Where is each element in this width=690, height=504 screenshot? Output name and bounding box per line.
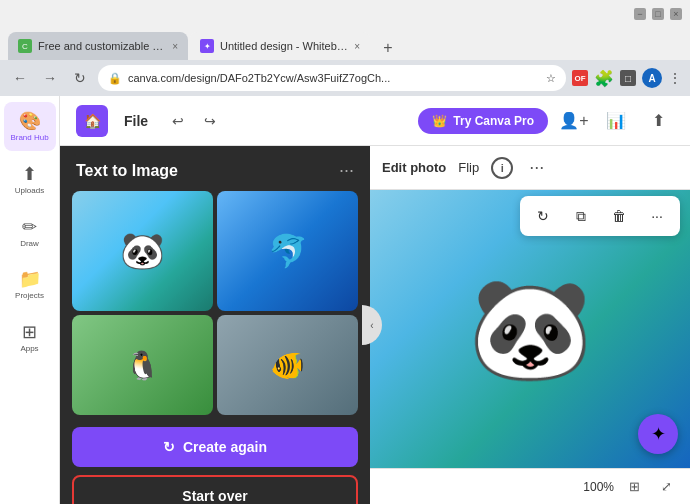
edit-photo-button[interactable]: Edit photo (382, 160, 446, 175)
uploads-icon: ⬆ (22, 163, 37, 185)
tabs-bar: C Free and customizable Insta... × ✦ Unt… (0, 28, 690, 60)
url-icons: ☆ (546, 72, 556, 85)
copy-button[interactable]: ⧉ (566, 201, 596, 231)
canvas-bottom-bar: 100% ⊞ ⤢ (370, 468, 690, 504)
main-area: 🏠 File ↩ ↪ 👑 Try Canva Pro 👤+ 📊 ⬆ (60, 96, 690, 504)
fullscreen-button[interactable]: ⤢ (654, 475, 678, 499)
sidebar-label-apps: Apps (20, 345, 38, 354)
zoom-level[interactable]: 100% (583, 480, 614, 494)
bookmark-icon[interactable]: ☆ (546, 72, 556, 85)
projects-icon: 📁 (19, 268, 41, 290)
profile-icon[interactable]: A (642, 68, 662, 88)
bottom-right-image (217, 315, 358, 415)
sidebar-label-brand-hub: Brand Hub (10, 134, 48, 143)
tab-canva[interactable]: ✦ Untitled design - Whiteboar... × (190, 32, 370, 60)
of-extension-icon[interactable]: OF (572, 70, 588, 86)
top-bar-right: 👑 Try Canva Pro 👤+ 📊 ⬆ (418, 105, 674, 137)
action-more-button[interactable]: ··· (642, 201, 672, 231)
grid-view-button[interactable]: ⊞ (622, 475, 646, 499)
content-area: Text to Image ··· (60, 146, 690, 504)
text-to-image-panel: Text to Image ··· (60, 146, 370, 504)
panda-ray-image (72, 191, 213, 311)
undo-redo-group: ↩ ↪ (164, 107, 224, 135)
file-button[interactable]: File (116, 109, 156, 133)
sidebar-item-draw[interactable]: ✏ Draw (4, 208, 56, 257)
magic-button[interactable]: ✦ (638, 414, 678, 454)
sidebar: 🎨 Brand Hub ⬆ Uploads ✏ Draw 📁 Projects … (0, 96, 60, 504)
minimize-button[interactable]: − (634, 8, 646, 20)
bottom-left-image (72, 315, 213, 415)
refresh-icon: ↻ (163, 439, 175, 455)
home-icon[interactable]: 🏠 (76, 105, 108, 137)
reload-button[interactable]: ↻ (68, 66, 92, 90)
share-button[interactable]: ⬆ (642, 105, 674, 137)
panel-more-button[interactable]: ··· (339, 160, 354, 181)
info-button[interactable]: i (491, 157, 513, 179)
window-extension-icon[interactable]: □ (620, 70, 636, 86)
try-pro-label: Try Canva Pro (453, 114, 534, 128)
add-user-button[interactable]: 👤+ (558, 105, 590, 137)
image-grid (60, 191, 370, 415)
redo-button[interactable]: ↪ (196, 107, 224, 135)
dolphins-image (217, 191, 358, 311)
panel-title: Text to Image (76, 162, 339, 180)
apps-icon: ⊞ (22, 321, 37, 343)
maximize-button[interactable]: □ (652, 8, 664, 20)
lock-icon: 🔒 (108, 72, 122, 85)
new-tab-button[interactable]: + (376, 36, 400, 60)
delete-button[interactable]: 🗑 (604, 201, 634, 231)
tab-favicon-canva: ✦ (200, 39, 214, 53)
tab-instagram[interactable]: C Free and customizable Insta... × (8, 32, 188, 60)
sidebar-item-apps[interactable]: ⊞ Apps (4, 313, 56, 362)
sidebar-item-brand-hub[interactable]: 🎨 Brand Hub (4, 102, 56, 151)
image-cell-panda-ray[interactable] (72, 191, 213, 311)
app-container: 🎨 Brand Hub ⬆ Uploads ✏ Draw 📁 Projects … (0, 96, 690, 504)
tab-label-instagram: Free and customizable Insta... (38, 40, 166, 52)
start-over-label: Start over (182, 488, 247, 504)
try-pro-button[interactable]: 👑 Try Canva Pro (418, 108, 548, 134)
brand-hub-icon: 🎨 (19, 110, 41, 132)
browser-menu-button[interactable]: ⋮ (668, 70, 682, 86)
image-cell-bottom-left[interactable] (72, 315, 213, 415)
url-text: canva.com/design/DAFo2Tb2Ycw/Asw3FuifZ7o… (128, 72, 540, 84)
url-bar[interactable]: 🔒 canva.com/design/DAFo2Tb2Ycw/Asw3FuifZ… (98, 65, 566, 91)
puzzle-icon[interactable]: 🧩 (594, 69, 614, 88)
rotate-button[interactable]: ↻ (528, 201, 558, 231)
tab-close-canva[interactable]: × (354, 41, 360, 52)
flip-button[interactable]: Flip (458, 160, 479, 175)
sidebar-item-uploads[interactable]: ⬆ Uploads (4, 155, 56, 204)
tab-favicon-instagram: C (18, 39, 32, 53)
chart-icon[interactable]: 📊 (600, 105, 632, 137)
back-button[interactable]: ← (8, 66, 32, 90)
start-over-button[interactable]: Start over (72, 475, 358, 504)
top-bar-left: 🏠 File ↩ ↪ (76, 105, 224, 137)
address-bar: ← → ↻ 🔒 canva.com/design/DAFo2Tb2Ycw/Asw… (0, 60, 690, 96)
create-again-label: Create again (183, 439, 267, 455)
panel-header: Text to Image ··· (60, 146, 370, 191)
undo-button[interactable]: ↩ (164, 107, 192, 135)
canvas-action-bar: ↻ ⧉ 🗑 ··· (520, 196, 680, 236)
canvas-area: Edit photo Flip i ··· ↻ ⧉ 🗑 ··· 🐼 ✦ (370, 146, 690, 504)
draw-icon: ✏ (22, 216, 37, 238)
title-bar: − □ × (0, 0, 690, 28)
canvas-more-button[interactable]: ··· (529, 157, 544, 178)
canvas-top-bar: Edit photo Flip i ··· (370, 146, 690, 190)
sidebar-item-projects[interactable]: 📁 Projects (4, 260, 56, 309)
sidebar-label-draw: Draw (20, 240, 39, 249)
forward-button[interactable]: → (38, 66, 62, 90)
image-cell-dolphins[interactable] (217, 191, 358, 311)
crown-icon: 👑 (432, 114, 447, 128)
browser-chrome: − □ × C Free and customizable Insta... ×… (0, 0, 690, 96)
create-again-button[interactable]: ↻ Create again (72, 427, 358, 467)
tab-close-instagram[interactable]: × (172, 41, 178, 52)
close-button[interactable]: × (670, 8, 682, 20)
sidebar-label-uploads: Uploads (15, 187, 44, 196)
image-cell-bottom-right[interactable] (217, 315, 358, 415)
panel-buttons: ↻ Create again Start over (60, 415, 370, 504)
tab-label-canva: Untitled design - Whiteboar... (220, 40, 348, 52)
sidebar-label-projects: Projects (15, 292, 44, 301)
top-bar: 🏠 File ↩ ↪ 👑 Try Canva Pro 👤+ 📊 ⬆ (60, 96, 690, 146)
